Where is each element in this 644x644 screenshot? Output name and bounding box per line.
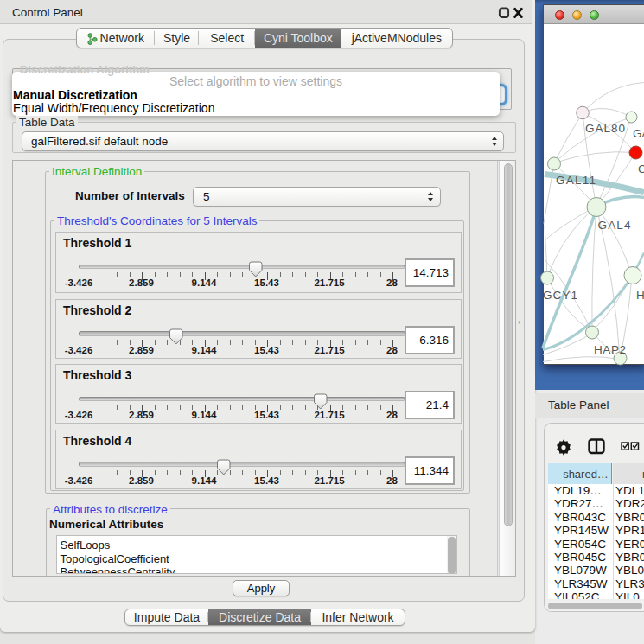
svg-text:HAP2: HAP2	[594, 343, 626, 356]
svg-text:GAL4: GAL4	[598, 219, 631, 232]
svg-text:GAL80: GAL80	[585, 122, 625, 135]
svg-text:GAL11: GAL11	[556, 174, 596, 187]
svg-text:GCY1: GCY1	[543, 289, 577, 302]
svg-text:H: H	[636, 289, 644, 302]
svg-text:GA: GA	[633, 127, 644, 140]
svg-text:C: C	[638, 163, 644, 175]
